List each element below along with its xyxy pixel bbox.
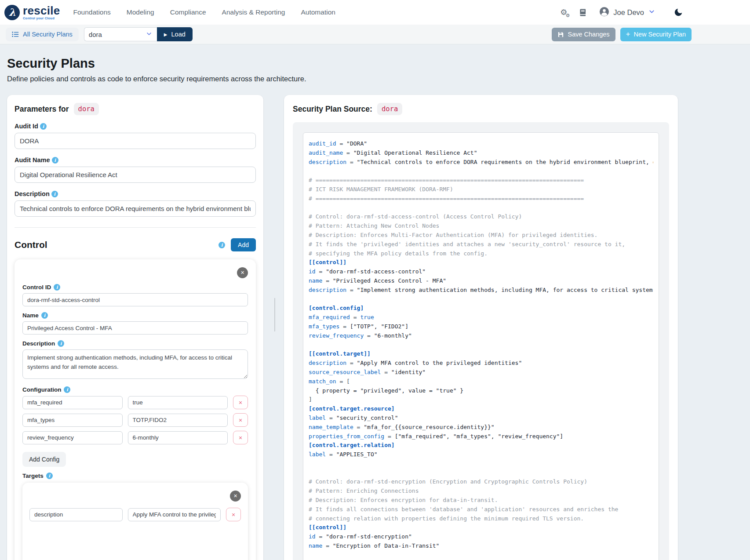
floppy-save-icon [557,31,564,38]
docs-book-icon[interactable] [579,8,587,17]
control-id-label-row: Control ID i [22,284,248,291]
info-icon[interactable]: i [51,191,58,197]
add-control-button[interactable]: Add [231,238,256,251]
code-line: mfa_types = ["TOTP", "FIDO2"] [309,322,653,331]
page-subtitle: Define policies and controls as code to … [7,75,750,83]
nav-item-automation[interactable]: Automation [301,8,335,16]
info-icon[interactable]: i [52,157,58,164]
toolbar-actions: Save Changes + New Security Plan [552,28,692,41]
control-name-label-row: Name i [22,312,248,319]
code-line: # Control: dora-rmf-std-encryption (Encr… [309,477,653,487]
code-line: # Pattern: Enriching Connections [309,487,653,496]
plan-name-badge: dora [74,103,99,115]
description-input[interactable] [15,200,256,217]
remove-target-button[interactable]: × [226,508,241,521]
code-line: audit_name = "Digital Operational Resili… [309,149,653,158]
source-code: audit_id = "DORA"audit_name = "Digital O… [309,139,653,551]
avatar [599,7,609,18]
target-value-input[interactable] [128,508,221,521]
code-line: # specifying the MFA policy details from… [309,249,653,258]
chevron-down-icon [146,30,153,39]
brand-tagline: Control your Cloud [23,17,60,20]
remove-config-button[interactable]: × [233,413,248,427]
code-line: # Control: dora-rmf-std-access-control (… [309,212,653,222]
control-section-header: Control i Add [15,238,256,251]
plan-name-badge: dora [377,103,402,115]
control-name-input[interactable] [22,321,248,335]
code-line [309,341,653,350]
config-value-input[interactable] [128,414,228,427]
audit-id-input[interactable] [15,133,256,149]
target-key-input[interactable] [29,508,123,521]
target-card: ✕ × [22,483,248,560]
add-config-button[interactable]: Add Config [22,452,66,467]
list-icon [12,31,19,37]
page-title: Security Plans [7,44,750,71]
audit-name-label-row: Audit Name i [15,156,256,164]
main-nav: FoundationsModelingComplianceAnalysis & … [73,8,335,16]
user-menu[interactable]: Joe Devo [599,7,655,18]
code-line: { property = "privileged", value = "true… [309,386,653,396]
nav-item-compliance[interactable]: Compliance [170,8,206,16]
remove-config-button[interactable]: × [233,396,248,409]
logo-text: rescile Control your Cloud [23,5,60,20]
info-icon[interactable]: i [46,473,53,479]
settings-gears-icon[interactable]: ⚙⚙ [560,8,567,16]
plan-select-group: dora ▶ Load [84,27,193,41]
all-security-plans-button[interactable]: All Security Plans [6,28,79,41]
audit-name-input[interactable] [15,167,256,183]
configuration-label: Configuration [22,386,61,393]
targets-label-row: Targets i [22,473,248,479]
target-rows: × [29,508,241,521]
info-icon[interactable]: i [218,242,225,248]
code-line [309,469,653,478]
source-header: Security Plan Source: dora [293,103,669,115]
save-changes-button[interactable]: Save Changes [552,28,615,41]
control-description-textarea[interactable] [22,349,248,379]
nav-item-analysis-reporting[interactable]: Analysis & Reporting [222,8,285,16]
control-name-label: Name [22,312,39,319]
config-row: × [22,413,248,427]
code-line: # ======================================… [309,194,653,204]
code-line: [[control]] [309,523,653,532]
code-line: id = "dora-rmf-std-encryption" [309,532,653,542]
code-viewer[interactable]: audit_id = "DORA"audit_name = "Digital O… [293,122,669,560]
code-line [309,459,653,469]
code-line: [[control.target]] [309,349,653,359]
remove-config-button[interactable]: × [233,431,248,444]
new-security-plan-label: New Security Plan [634,31,686,38]
chevron-down-icon [648,8,655,17]
config-key-input[interactable] [22,396,123,409]
panel-resize-grip[interactable] [274,298,275,331]
code-line: label = "APPLIES_TO" [309,450,653,459]
config-key-input[interactable] [22,431,123,444]
config-key-input[interactable] [22,414,123,427]
plan-select[interactable]: dora [84,27,157,41]
control-heading: Control [15,240,218,250]
load-button[interactable]: ▶ Load [157,27,193,41]
code-line: description = "Implement strong authenti… [309,286,653,295]
top-bar: λ rescile Control your Cloud Foundations… [0,0,750,25]
nav-item-modeling[interactable]: Modeling [127,8,154,16]
parameters-header: Parameters for dora [15,103,256,115]
info-icon[interactable]: i [58,340,64,347]
config-row: × [22,396,248,409]
remove-target-button[interactable]: ✕ [230,491,241,502]
config-value-input[interactable] [128,396,228,409]
target-row: × [29,508,241,521]
nav-item-foundations[interactable]: Foundations [73,8,111,16]
section-divider [15,227,256,228]
control-id-input[interactable] [22,293,248,306]
info-icon[interactable]: i [64,386,70,393]
dark-mode-moon-icon[interactable] [674,7,683,17]
code-line: source_resource_label = "identity" [309,368,653,377]
info-icon[interactable]: i [41,312,48,319]
control-description-label: Description [22,340,55,347]
info-icon[interactable]: i [40,123,47,130]
app-logo[interactable]: λ rescile Control your Cloud [4,5,60,20]
remove-control-button[interactable]: ✕ [237,267,248,278]
info-icon[interactable]: i [54,284,60,291]
code-line: ] [309,395,653,404]
config-value-input[interactable] [128,431,228,444]
new-security-plan-button[interactable]: + New Security Plan [620,28,692,41]
